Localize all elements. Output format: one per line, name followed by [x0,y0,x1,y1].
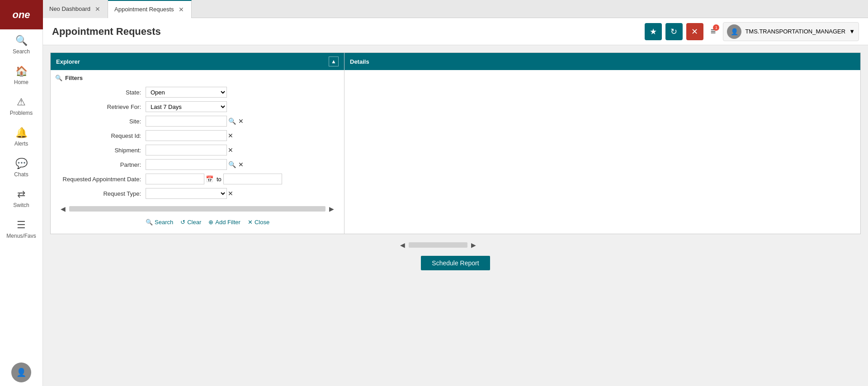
sidebar-item-problems-label: Problems [10,110,33,116]
main-area: Neo Dashboard ✕ Appointment Requests ✕ A… [43,0,868,386]
filter-row-shipment: Shipment: ✕ [55,145,340,155]
tab-appointment-requests-label: Appointment Requests [114,6,174,13]
sidebar-item-search-label: Search [13,48,30,55]
filter-search-icon: 🔍 [55,75,62,81]
clear-link[interactable]: ↺ Clear [180,219,201,226]
retrieve-for-select[interactable]: Last 7 Days Last 30 Days All [146,101,227,112]
state-select[interactable]: Open Closed Pending [146,87,227,98]
search-link-icon: 🔍 [146,219,153,226]
search-link[interactable]: 🔍 Search [146,219,173,226]
shipment-label: Shipment: [55,147,146,154]
appointment-date-from-input[interactable] [146,174,204,184]
request-type-label: Request Type: [55,190,146,197]
state-label: State: [55,89,146,96]
sidebar-user-avatar[interactable]: 👤 [11,362,31,382]
close-link[interactable]: ✕ Close [248,219,269,226]
filter-row-request-type: Request Type: Type A Type B ✕ [55,188,340,199]
close-link-label: Close [255,219,269,226]
dropdown-chevron-icon: ▼ [849,28,855,35]
scroll-track[interactable] [69,206,326,212]
close-link-icon: ✕ [248,219,253,226]
filter-row-retrieve-for: Retrieve For: Last 7 Days Last 30 Days A… [55,101,340,112]
tab-neo-dashboard-close[interactable]: ✕ [94,5,101,13]
calendar-icon-button[interactable]: 📅 [204,175,215,183]
request-id-label: Request Id: [55,132,146,139]
sidebar-item-alerts-label: Alerts [14,141,28,147]
user-name: TMS.TRANSPORTATION_MANAGER [745,28,845,35]
partner-label: Partner: [55,161,146,168]
filter-row-request-id: Request Id: ✕ [55,130,340,141]
explorer-title: Explorer [56,58,80,65]
sidebar-item-home-label: Home [14,79,28,85]
tab-appointment-requests[interactable]: Appointment Requests ✕ [108,0,192,18]
partner-clear-button[interactable]: ✕ [237,161,245,168]
content-area: Explorer ▲ 🔍 Filters State: Open Closed [43,45,868,386]
site-search-button[interactable]: 🔍 [227,118,237,125]
request-type-clear-button[interactable]: ✕ [227,190,234,197]
explorer-panel: Explorer ▲ 🔍 Filters State: Open Closed [51,53,344,234]
bottom-scroll-track[interactable] [409,242,467,248]
tab-appointment-requests-close[interactable]: ✕ [178,6,185,13]
partner-search-button[interactable]: 🔍 [227,161,237,168]
menu-button[interactable]: ≡ 1 [707,24,720,38]
sidebar-item-chats-label: Chats [14,171,28,178]
favorite-button[interactable]: ★ [645,23,662,40]
shipment-clear-button[interactable]: ✕ [227,146,234,154]
details-panel: Details [344,53,860,234]
refresh-button[interactable]: ↻ [665,23,683,40]
sidebar-item-alerts[interactable]: 🔔 Alerts [0,122,42,152]
sidebar-item-chats[interactable]: 💬 Chats [0,152,42,183]
bottom-scrollbar: ◀ ▶ [399,241,512,249]
add-filter-link[interactable]: ⊕ Add Filter [208,219,241,226]
site-clear-button[interactable]: ✕ [237,118,245,125]
date-to-separator: to [215,176,223,183]
sidebar-bottom: 👤 [0,359,42,386]
request-id-clear-button[interactable]: ✕ [227,132,234,139]
scroll-right-button[interactable]: ▶ [328,205,335,212]
explorer-expand-button[interactable]: ▲ [329,56,339,66]
sidebar-item-search[interactable]: 🔍 Search [0,29,42,60]
app-logo[interactable]: one [0,0,43,29]
partner-input[interactable] [146,159,227,170]
shipment-input[interactable] [146,145,227,155]
notification-badge: 1 [713,24,719,31]
tab-bar: Neo Dashboard ✕ Appointment Requests ✕ [43,0,868,18]
site-label: Site: [55,118,146,125]
tab-neo-dashboard-label: Neo Dashboard [49,5,90,12]
search-icon: 🔍 [15,35,28,47]
filters-label: 🔍 Filters [55,75,340,81]
filter-row-state: State: Open Closed Pending [55,87,340,98]
schedule-report-button[interactable]: Schedule Report [421,256,490,270]
request-type-select[interactable]: Type A Type B [146,188,227,199]
filter-row-appointment-date: Requested Appointment Date: 📅 to [55,174,340,184]
appointment-date-to-input[interactable] [223,174,282,184]
close-tab-button[interactable]: ✕ [686,23,703,40]
sidebar: one 🔍 Search 🏠 Home ⚠ Problems 🔔 Alerts … [0,0,43,386]
switch-icon: ⇄ [17,188,25,200]
filter-row-site: Site: 🔍 ✕ [55,116,340,127]
chat-icon: 💬 [15,158,28,169]
add-filter-icon: ⊕ [208,219,213,226]
page-title: Appointment Requests [52,26,645,38]
search-link-label: Search [155,219,173,226]
logo-text: one [12,9,30,21]
request-id-input[interactable] [146,130,227,141]
user-dropdown[interactable]: 👤 TMS.TRANSPORTATION_MANAGER ▼ [723,22,859,41]
clear-link-label: Clear [187,219,201,226]
warning-icon: ⚠ [17,96,26,108]
header-actions: ★ ↻ ✕ ≡ 1 👤 TMS.TRANSPORTATION_MANAGER ▼ [645,22,859,41]
menus-icon: ☰ [17,219,26,231]
clear-link-icon: ↺ [180,219,185,226]
home-icon: 🏠 [15,66,28,77]
sidebar-item-menus[interactable]: ☰ Menus/Favs [0,214,42,245]
tab-neo-dashboard[interactable]: Neo Dashboard ✕ [43,0,108,18]
sidebar-item-problems[interactable]: ⚠ Problems [0,91,42,122]
user-avatar: 👤 [727,24,741,39]
sidebar-item-switch[interactable]: ⇄ Switch [0,183,42,214]
site-input[interactable] [146,116,227,127]
bottom-scroll-right-button[interactable]: ▶ [470,241,477,249]
bottom-scroll-left-button[interactable]: ◀ [399,241,406,249]
sidebar-item-home[interactable]: 🏠 Home [0,60,42,91]
scroll-left-button[interactable]: ◀ [60,205,66,212]
bell-icon: 🔔 [15,127,28,139]
